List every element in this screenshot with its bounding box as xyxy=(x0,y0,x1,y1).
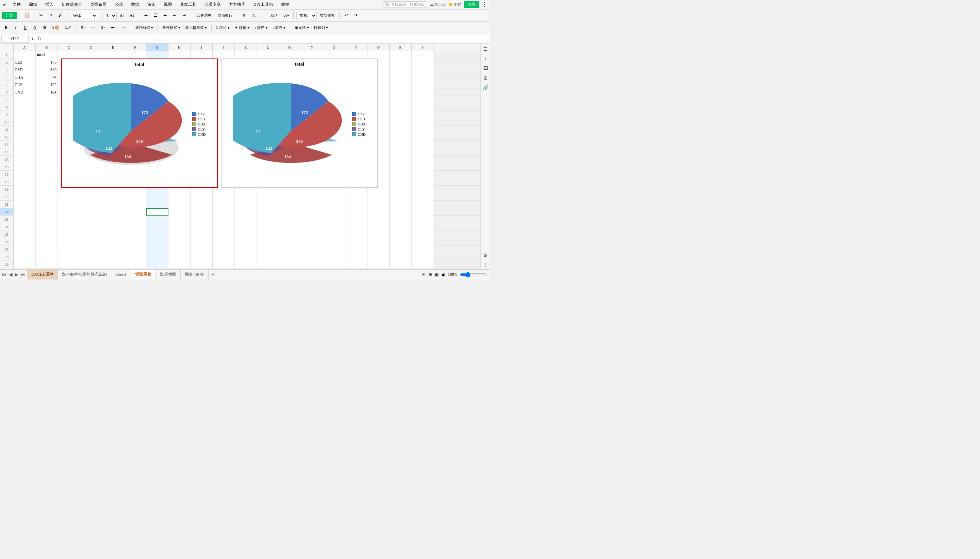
cell-S1[interactable] xyxy=(412,51,434,58)
merge-button[interactable]: 合并居中 xyxy=(194,11,214,20)
cell-H22[interactable] xyxy=(168,208,191,215)
cell-L20[interactable] xyxy=(257,193,279,201)
row-num-5[interactable]: 5 xyxy=(0,81,13,88)
cell-S6[interactable] xyxy=(412,88,434,96)
cell-O24[interactable] xyxy=(323,223,345,230)
align-left-button[interactable]: ⬅ xyxy=(142,11,150,20)
cell-R9[interactable] xyxy=(390,111,412,118)
cell-K24[interactable] xyxy=(235,223,257,230)
col-header-c[interactable]: C xyxy=(58,43,80,51)
cell-O21[interactable] xyxy=(323,201,345,208)
cell-S8[interactable] xyxy=(412,103,434,111)
cell-M20[interactable] xyxy=(279,193,301,201)
cell-H21[interactable] xyxy=(168,201,191,208)
decimal-decrease-button[interactable]: .00- xyxy=(281,11,290,20)
autowrap-button[interactable]: 自动换行 xyxy=(216,11,234,20)
cell-S28[interactable] xyxy=(412,253,434,260)
number-format-selector[interactable]: 常规 xyxy=(297,12,317,19)
row-num-3[interactable]: 3 xyxy=(0,66,13,73)
cell-R24[interactable] xyxy=(390,223,412,230)
col-header-f[interactable]: F xyxy=(124,43,146,51)
percent-button[interactable]: % xyxy=(249,11,258,20)
cell-O26[interactable] xyxy=(323,238,345,245)
cell-R21[interactable] xyxy=(390,201,412,208)
cell-G20[interactable] xyxy=(146,193,168,201)
fill-button[interactable]: ↓ 填充 ▾ xyxy=(270,23,287,32)
sidebar-icon5[interactable]: 🔗 xyxy=(481,84,490,92)
cell-F21[interactable] xyxy=(124,201,146,208)
cell-M1[interactable] xyxy=(279,51,301,58)
thousands-button[interactable]: , xyxy=(259,11,267,20)
cell-B25[interactable] xyxy=(36,230,58,238)
cell-E28[interactable] xyxy=(102,253,124,260)
cell-N22[interactable] xyxy=(301,208,323,215)
cell-J27[interactable] xyxy=(213,245,235,253)
menu-efficiency[interactable]: 效率 xyxy=(280,1,290,8)
cell-S9[interactable] xyxy=(412,111,434,118)
cell-B4[interactable]: 74 xyxy=(36,73,58,81)
decimal-increase-button[interactable]: .00+ xyxy=(269,11,279,20)
cell-B28[interactable] xyxy=(36,253,58,260)
cell-R27[interactable] xyxy=(390,245,412,253)
row-col-button[interactable]: 行和列 ▾ xyxy=(312,23,330,32)
cell-D23[interactable] xyxy=(80,215,102,223)
row-num-22[interactable]: 22 xyxy=(0,208,13,215)
cell-B10[interactable] xyxy=(36,118,58,126)
cell-J25[interactable] xyxy=(213,230,235,238)
sidebar-icon-bottom1[interactable]: ⚙ xyxy=(482,251,489,260)
cell-P23[interactable] xyxy=(345,215,368,223)
row-num-11[interactable]: 11 xyxy=(0,126,13,133)
cell-D29[interactable] xyxy=(80,260,102,268)
cell-E21[interactable] xyxy=(102,201,124,208)
cell-A21[interactable] xyxy=(13,201,36,208)
cell-C29[interactable] xyxy=(58,260,80,268)
cell-N24[interactable] xyxy=(301,223,323,230)
tab-dual-bar[interactable]: 双坐标柱形图的补充知识 xyxy=(58,270,111,280)
underline-button[interactable]: U xyxy=(21,23,29,32)
cell-R19[interactable] xyxy=(390,186,412,193)
cell-N23[interactable] xyxy=(301,215,323,223)
cell-H20[interactable] xyxy=(168,193,191,201)
cell-C21[interactable] xyxy=(58,201,80,208)
cell-Q23[interactable] xyxy=(368,215,390,223)
cell-S18[interactable] xyxy=(412,178,434,186)
cell-S11[interactable] xyxy=(412,126,434,133)
cell-S27[interactable] xyxy=(412,245,434,253)
cell-B26[interactable] xyxy=(36,238,58,245)
menu-new-tab[interactable]: 新建选项卡 xyxy=(60,1,83,8)
menu-member[interactable]: 会员专享 xyxy=(203,1,222,8)
cell-A10[interactable] xyxy=(13,118,36,126)
cell-J24[interactable] xyxy=(213,223,235,230)
cell-B19[interactable] xyxy=(36,186,58,193)
align-mid2-button[interactable]: ≡≡ xyxy=(120,23,128,32)
cell-O1[interactable] xyxy=(323,51,345,58)
cell-C26[interactable] xyxy=(58,238,80,245)
cell-H25[interactable] xyxy=(168,230,191,238)
cell-E24[interactable] xyxy=(102,223,124,230)
menu-view[interactable]: 视图 xyxy=(163,1,173,8)
cell-A20[interactable] xyxy=(13,193,36,201)
cell-C28[interactable] xyxy=(58,253,80,260)
cell-C24[interactable] xyxy=(58,223,80,230)
cell-S3[interactable] xyxy=(412,66,434,73)
cell-J29[interactable] xyxy=(213,260,235,268)
row-num-24[interactable]: 24 xyxy=(0,223,13,230)
cell-R8[interactable] xyxy=(390,103,412,111)
cell-K20[interactable] xyxy=(235,193,257,201)
col-header-g[interactable]: G xyxy=(146,43,168,51)
align-center-button[interactable]: ☰ xyxy=(151,11,159,20)
row-num-4[interactable]: 4 xyxy=(0,73,13,81)
cell-O28[interactable] xyxy=(323,253,345,260)
expand-formula-icon[interactable]: ▾ xyxy=(30,36,35,41)
indent-left-button[interactable]: ⇤ xyxy=(171,11,179,20)
hamburger-icon[interactable]: ≡ xyxy=(3,2,6,8)
cell-K23[interactable] xyxy=(235,215,257,223)
cell-S4[interactable] xyxy=(412,73,434,81)
cell-Q21[interactable] xyxy=(368,201,390,208)
cell-A18[interactable] xyxy=(13,178,36,186)
cell-R6[interactable] xyxy=(390,88,412,96)
fx-icon[interactable]: fx xyxy=(36,36,43,41)
cell-B8[interactable] xyxy=(36,103,58,111)
cell-A29[interactable] xyxy=(13,260,36,268)
cell-R7[interactable] xyxy=(390,96,412,103)
